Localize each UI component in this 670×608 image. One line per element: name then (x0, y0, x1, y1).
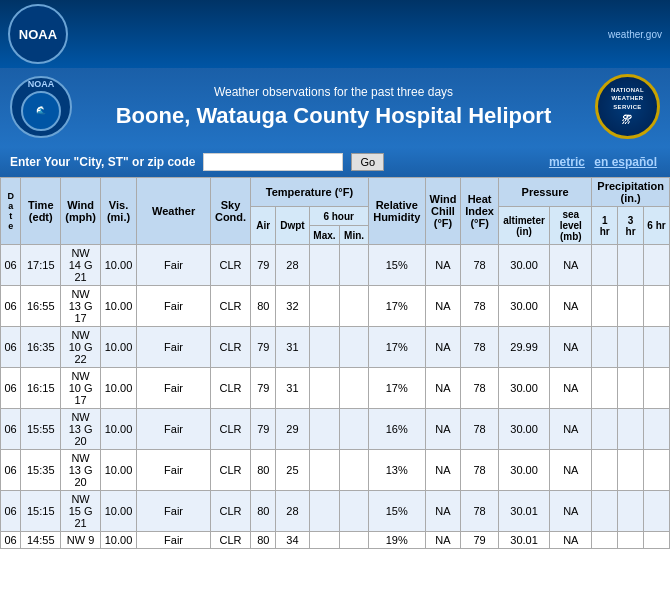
cell-weather: Fair (137, 409, 211, 450)
cell-sea-level: NA (550, 286, 592, 327)
cell-time: 17:15 (21, 245, 61, 286)
cell-heat-index: 78 (461, 327, 499, 368)
cell-sky: CLR (210, 532, 250, 549)
espanol-link[interactable]: en español (594, 155, 657, 169)
cell-date: 06 (1, 368, 21, 409)
cell-sky: CLR (210, 491, 250, 532)
cell-weather: Fair (137, 368, 211, 409)
cell-date: 06 (1, 532, 21, 549)
cell-vis: 10.00 (100, 286, 136, 327)
cell-wind-chill: NA (425, 491, 461, 532)
cell-time: 16:55 (21, 286, 61, 327)
cell-date: 06 (1, 327, 21, 368)
cell-dwpt: 34 (276, 532, 309, 549)
cell-wind-chill: NA (425, 327, 461, 368)
cell-p3 (618, 409, 644, 450)
cell-weather: Fair (137, 491, 211, 532)
col-header-6hr: 6 hour (309, 207, 368, 226)
cell-air: 79 (251, 245, 276, 286)
search-input[interactable] (203, 153, 343, 171)
cell-min (340, 409, 368, 450)
metric-link[interactable]: metric (549, 155, 585, 169)
cell-p3 (618, 450, 644, 491)
cell-p1 (592, 491, 618, 532)
cell-wind: NW 15 G 21 (61, 491, 101, 532)
cell-wind: NW 13 G 20 (61, 450, 101, 491)
cell-wind-chill: NA (425, 368, 461, 409)
cell-weather: Fair (137, 532, 211, 549)
table-row: 0614:55NW 910.00FairCLR803419%NA7930.01N… (1, 532, 670, 549)
cell-weather: Fair (137, 286, 211, 327)
col-header-rh: RelativeHumidity (368, 178, 425, 245)
cell-sky: CLR (210, 450, 250, 491)
cell-wind-chill: NA (425, 409, 461, 450)
cell-p3 (618, 368, 644, 409)
cell-air: 79 (251, 368, 276, 409)
cell-time: 15:15 (21, 491, 61, 532)
cell-min (340, 286, 368, 327)
cell-dwpt: 29 (276, 409, 309, 450)
cell-time: 15:35 (21, 450, 61, 491)
cell-sky: CLR (210, 327, 250, 368)
cell-vis: 10.00 (100, 532, 136, 549)
cell-p6 (643, 245, 669, 286)
cell-rh: 13% (368, 450, 425, 491)
cell-min (340, 245, 368, 286)
cell-p6 (643, 532, 669, 549)
cell-wind-chill: NA (425, 286, 461, 327)
cell-heat-index: 78 (461, 245, 499, 286)
search-label: Enter Your "City, ST" or zip code (10, 155, 195, 169)
observations-subtitle: Weather observations for the past three … (72, 85, 595, 99)
cell-air: 80 (251, 286, 276, 327)
cell-heat-index: 78 (461, 368, 499, 409)
cell-p6 (643, 286, 669, 327)
cell-altimeter: 30.00 (498, 245, 549, 286)
cell-wind: NW 13 G 17 (61, 286, 101, 327)
cell-sea-level: NA (550, 327, 592, 368)
cell-p1 (592, 532, 618, 549)
cell-rh: 15% (368, 491, 425, 532)
cell-max (309, 532, 340, 549)
cell-p1 (592, 245, 618, 286)
cell-heat-index: 78 (461, 491, 499, 532)
cell-sky: CLR (210, 368, 250, 409)
cell-p3 (618, 245, 644, 286)
cell-max (309, 368, 340, 409)
table-row: 0615:15NW 15 G 2110.00FairCLR802815%NA78… (1, 491, 670, 532)
col-header-weather: Weather (137, 178, 211, 245)
cell-p1 (592, 368, 618, 409)
cell-max (309, 245, 340, 286)
cell-min (340, 368, 368, 409)
cell-time: 15:55 (21, 409, 61, 450)
col-header-temp-group: Temperature (°F) (251, 178, 369, 207)
cell-dwpt: 28 (276, 245, 309, 286)
table-row: 0617:15NW 14 G 2110.00FairCLR792815%NA78… (1, 245, 670, 286)
cell-heat-index: 78 (461, 409, 499, 450)
cell-max (309, 286, 340, 327)
cell-dwpt: 32 (276, 286, 309, 327)
cell-p1 (592, 450, 618, 491)
cell-air: 80 (251, 450, 276, 491)
cell-air: 79 (251, 409, 276, 450)
col-header-air: Air (251, 207, 276, 245)
cell-sky: CLR (210, 286, 250, 327)
cell-date: 06 (1, 409, 21, 450)
cell-vis: 10.00 (100, 245, 136, 286)
cell-altimeter: 30.01 (498, 491, 549, 532)
cell-time: 16:35 (21, 327, 61, 368)
cell-date: 06 (1, 491, 21, 532)
cell-heat-index: 78 (461, 450, 499, 491)
go-button[interactable]: Go (351, 153, 384, 171)
cell-wind: NW 10 G 22 (61, 327, 101, 368)
col-header-sea-level: sealevel(mb) (550, 207, 592, 245)
cell-vis: 10.00 (100, 327, 136, 368)
cell-weather: Fair (137, 327, 211, 368)
col-header-p3hr: 3hr (618, 207, 644, 245)
cell-wind: NW 9 (61, 532, 101, 549)
col-header-p6hr: 6 hr (643, 207, 669, 245)
cell-weather: Fair (137, 450, 211, 491)
cell-altimeter: 30.01 (498, 532, 549, 549)
cell-time: 14:55 (21, 532, 61, 549)
table-row: 0615:55NW 13 G 2010.00FairCLR792916%NA78… (1, 409, 670, 450)
col-header-heat-index: HeatIndex(°F) (461, 178, 499, 245)
